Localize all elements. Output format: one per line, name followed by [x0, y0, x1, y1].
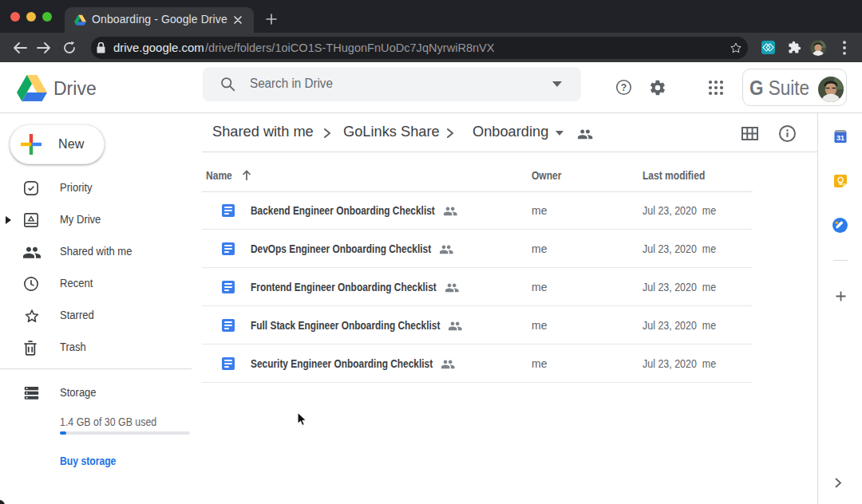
svg-text:?: ? [621, 82, 627, 93]
svg-text:31: 31 [836, 134, 844, 142]
